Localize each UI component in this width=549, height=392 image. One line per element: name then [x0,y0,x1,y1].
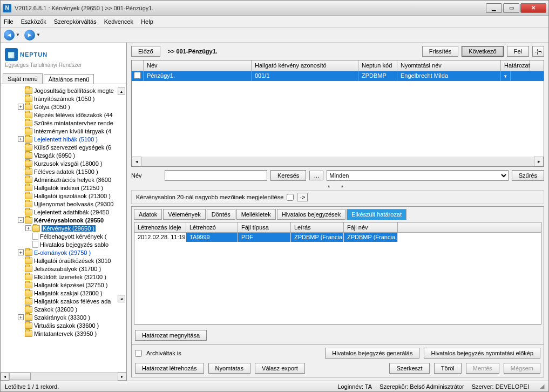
tab-attachments[interactable]: Mellékletek [236,209,276,220]
dcol-filetype[interactable]: Fájl típusa [238,222,291,232]
row-checkbox[interactable] [134,72,141,79]
tree-item[interactable]: Szűrés mintatantervhez rende [3,119,126,127]
tree-item[interactable]: Adminisztrációs helyek (3600 [3,175,126,184]
export-button[interactable]: Válasz export [255,363,305,374]
back-button[interactable]: ◄ [4,30,15,40]
tree-item[interactable]: +Kérvények (29650 ) [3,224,126,232]
tree-item[interactable]: Szakok (32600 ) [3,305,126,313]
tree-item[interactable]: Jelszószabályok (31700 ) [3,265,126,273]
menu-roleswitch[interactable]: Szerepkörváltás [54,18,97,25]
tab-own-menu[interactable]: Saját menü [3,73,43,84]
col-request-id[interactable]: Hallgató kérvény azonosító [252,60,358,71]
menu-tools[interactable]: Eszközök [21,18,46,25]
dcol-filename[interactable]: Fájl név [344,222,398,232]
cell-decision-dropdown[interactable] [501,71,511,81]
hscroll-thumb[interactable] [9,373,31,380]
up-button[interactable]: Fel [507,46,529,57]
dcol-created[interactable]: Létrehozás ideje [134,222,186,232]
delete-button[interactable]: Töröl [434,363,462,374]
menu-favorites[interactable]: Kedvencek [104,18,133,25]
refresh-button[interactable]: Frissítés [422,46,459,57]
back-dropdown-icon[interactable]: ▼ [16,32,20,37]
tree-item[interactable]: Hallgatók indexei (21250 ) [3,184,126,192]
tab-decision[interactable]: Döntés [207,209,235,220]
maximize-button[interactable] [503,3,519,13]
expand-icon[interactable]: + [18,104,24,110]
search-button[interactable]: Keresés [270,170,306,181]
print-button[interactable]: Nyomtatas [208,363,251,374]
go-button[interactable]: -> [297,193,308,201]
edit-button[interactable]: Szerkeszt [389,363,429,374]
tab-official[interactable]: Hivatalos bejegyzések [277,209,345,220]
tree-item[interactable]: Jogosultság beállítások megte [3,86,126,94]
expand-icon[interactable]: + [18,136,24,142]
hscroll-right-icon[interactable]: ▸ [118,373,126,381]
col-print-name[interactable]: Nyomtatási név [397,60,501,71]
col-decision[interactable]: Határozat [501,60,530,71]
grid-scroll-left-icon[interactable]: ◂ [132,157,141,166]
expand-icon[interactable]: + [18,249,24,255]
tree-item[interactable]: Hallgatók szakjai (32800 ) [3,289,126,297]
tree-item[interactable]: Mintatantervek (33950 ) [3,329,126,337]
expand-icon[interactable]: - [18,217,24,223]
save-button[interactable]: Mentés [466,363,499,374]
expand-icon[interactable]: + [25,225,31,231]
tree-item[interactable]: Hallgatók képzései (32750 ) [3,281,126,289]
tree-item[interactable]: +Gólya (3050 ) [3,103,126,111]
prev-button[interactable]: Előző [131,46,160,57]
menu-help[interactable]: Help [141,18,153,25]
create-decision-button[interactable]: Határozat létrehozás [135,363,204,374]
tree-scroll-button[interactable]: ◂ [118,295,125,302]
archived-checkbox[interactable] [135,350,142,357]
splitter-handle[interactable]: ▲ ▲ [127,184,548,190]
tree-item[interactable]: -Kérvénysablonok (29550 [3,216,126,224]
tree-item[interactable]: Virtuális szakok (33600 ) [3,321,126,329]
tree-item[interactable]: Féléves adatok (11500 ) [3,167,126,175]
tree-item[interactable]: Lejelentett adathibák (29450 [3,208,126,216]
open-decision-button[interactable]: Határozat megnyitása [135,330,207,341]
tree-hscroll[interactable]: ◂ ▸ [1,372,126,381]
tree-item[interactable]: Kurzusok vizsgái (18000 ) [3,159,126,167]
tree-item[interactable]: Képzés féléves időszakok (44 [3,111,126,119]
tree-item[interactable]: Hallgatói igazolások (21300 ) [3,192,126,200]
tree-scroll-up[interactable]: ▴ [118,87,125,95]
tree-item[interactable]: +E-okmányok (29750 ) [3,248,126,256]
tab-data[interactable]: Adatok [134,209,162,220]
tree-item[interactable]: +Szakirányok (33300 ) [3,313,126,321]
tab-general-menu[interactable]: Általános menü [44,74,94,84]
menu-file[interactable]: File [4,18,13,25]
table-row[interactable]: Pénzügy1. 001/1 ZPDBMP Engelbrecht Milda [132,71,544,81]
filter-select[interactable]: Minden [327,170,508,181]
tree[interactable]: Jogosultság beállítások megteIrányítószá… [3,86,126,372]
grid-hscroll[interactable]: ◂ ▸ [132,157,544,166]
tree-item[interactable]: Külső szervezeti egységek (6 [3,143,126,151]
col-neptun-code[interactable]: Neptun kód [358,60,397,71]
close-button[interactable] [520,3,546,13]
forward-button[interactable]: ► [24,30,35,40]
tree-item[interactable]: +Lejelentett hibák (5100 ) [3,135,126,143]
minimize-button[interactable] [486,3,502,13]
hscroll-left-icon[interactable]: ◂ [1,373,9,381]
tree-item[interactable]: Ujjlenyomat beolvasás (29300 [3,200,126,208]
tree-item[interactable]: Intézményen kívüli tárgyak (4 [3,127,126,135]
tree-item[interactable]: Vizsgák (6950 ) [3,151,126,159]
next-button[interactable]: Következő [462,46,503,57]
tab-ready-decision[interactable]: Elkészült határozat [347,209,406,220]
large-fields-checkbox[interactable] [287,194,294,201]
preview-entry-button[interactable]: Hivatalos bejegyzés nyomtatási előkép [424,348,540,359]
forward-dropdown-icon[interactable]: ▼ [36,32,40,37]
dcol-description[interactable]: Leírás [291,222,344,232]
search-more-button[interactable]: ... [309,171,323,180]
grid-scroll-right-icon[interactable]: ▸ [534,157,544,166]
dcol-creator[interactable]: Létrehozó [186,222,238,232]
tree-item[interactable]: Hallgatói óraütközések (3010 [3,256,126,265]
resize-grip-icon[interactable]: ◢ [537,383,544,390]
tab-opinions[interactable]: Vélemények [163,209,206,220]
detail-row[interactable]: 2012.02.28. 11:19:2 TA9999 PDF ZPDBMP (F… [134,233,541,242]
tree-item[interactable]: Félbehagyott kérvények ( [3,232,126,240]
tree-item[interactable]: Hallgatók szakos féléves ada [3,297,126,305]
search-input[interactable] [165,170,267,181]
tree-item[interactable]: Hivatalos bejegyzés sablo [3,240,126,248]
col-name[interactable]: Név [144,60,252,71]
pin-button[interactable]: -¦¬ [532,46,544,57]
